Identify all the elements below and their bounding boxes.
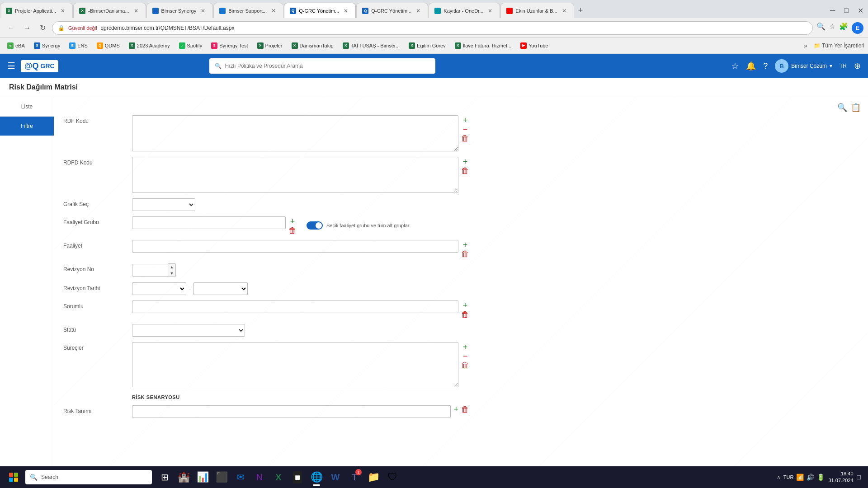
bookmark-egitim[interactable]: X Eğitim Görev [405, 41, 449, 50]
bookmark-star-icon[interactable]: ☆ [829, 22, 835, 34]
language-button[interactable]: TR [840, 63, 847, 69]
taskview-button[interactable]: ⊞ [156, 467, 174, 487]
taskbar-excel-app[interactable]: X [269, 467, 288, 487]
rdfd-kodu-delete-button[interactable]: 🗑 [460, 167, 470, 175]
taskbar-fileexplorer-app[interactable]: 📁 [364, 467, 382, 487]
extensions-icon[interactable]: 🧩 [839, 22, 848, 34]
bookmarks-overflow-button[interactable]: » [801, 41, 810, 50]
rdf-kodu-delete-button[interactable]: 🗑 [460, 134, 470, 142]
revizyon-tarihi-end-select[interactable] [193, 282, 248, 295]
tab-close-qgrc2[interactable]: ✕ [414, 7, 422, 15]
faaliyet-delete-button[interactable]: 🗑 [460, 250, 470, 258]
user-menu[interactable]: B Bimser Çözüm ▾ [775, 59, 832, 73]
sidebar-tab-filtre[interactable]: Filtre [0, 117, 54, 136]
statu-select[interactable] [132, 324, 245, 337]
faaliyet-add-button[interactable]: + [460, 241, 470, 249]
qgrc-logo[interactable]: @Q GRC [21, 60, 58, 72]
sorumlu-add-button[interactable]: + [460, 301, 470, 310]
tab-close-qgrc1[interactable]: ✕ [342, 7, 350, 15]
restore-button[interactable]: □ [844, 6, 849, 15]
bookmark-syntest[interactable]: S Synergy Test [208, 41, 251, 50]
help-icon[interactable]: ? [763, 61, 768, 71]
rdf-kodu-minus-button[interactable]: − [460, 125, 470, 133]
tab-ekin[interactable]: Ekin Uzunlar & B... ✕ [500, 3, 574, 18]
taskbar-chevron-icon[interactable]: ∧ [777, 474, 781, 480]
tab-close-ekin[interactable]: ✕ [560, 7, 568, 15]
bookmark-synergy[interactable]: S Synergy [30, 41, 64, 50]
tab-close-projeler[interactable]: ✕ [59, 7, 67, 15]
tab-kayitlar[interactable]: Kayıtlar - OneDr... ✕ [429, 3, 500, 18]
revizyon-tarihi-start-select[interactable] [132, 282, 186, 295]
revizyon-no-input[interactable] [132, 264, 168, 277]
rdfd-kodu-add-button[interactable]: + [460, 158, 470, 166]
taskbar-explorer-app[interactable]: 🏰 [175, 467, 193, 487]
tab-qgrc1[interactable]: Q Q-GRC Yönetim... ✕ [284, 3, 356, 18]
bookmark-ens[interactable]: E ENS [66, 41, 91, 50]
faaliyet-grubu-toggle[interactable] [307, 221, 323, 230]
bookmark-danisman[interactable]: X DanismanTakip [288, 41, 337, 50]
surecer-add-button[interactable]: + [460, 343, 470, 351]
faaliyet-grubu-input[interactable] [132, 216, 286, 229]
tab-close-bimsersynergy[interactable]: ✕ [199, 7, 207, 15]
faaliyet-grubu-delete-button[interactable]: 🗑 [288, 226, 297, 235]
notification-icon[interactable]: 🔔 [746, 61, 756, 71]
rdf-kodu-textarea[interactable] [132, 115, 458, 151]
bookmark-eba[interactable]: e eBA [4, 41, 28, 50]
search-icon[interactable]: 🔍 [816, 22, 826, 34]
main-search-bar[interactable]: 🔍 [209, 58, 435, 74]
taskbar-app2[interactable]: 📊 [193, 467, 212, 487]
taskbar-app-black[interactable]: ■ [288, 467, 307, 487]
all-bookmarks-button[interactable]: 📁 Tüm Yer İşaretleri [814, 42, 864, 49]
tab-close-kayitlar[interactable]: ✕ [486, 7, 494, 15]
star-icon[interactable]: ☆ [731, 61, 739, 71]
bookmark-2023academy[interactable]: X 2023 Academy [125, 41, 174, 50]
hamburger-menu-button[interactable]: ☰ [7, 61, 15, 71]
taskbar-outlook-app[interactable]: ✉ [231, 467, 250, 487]
taskbar-clock[interactable]: 18:40 31.07.2024 [828, 470, 853, 484]
bookmark-tai[interactable]: X TAİ TUSAŞ - Bimser... [339, 41, 403, 50]
tab-close-bimserdan[interactable]: ✕ [132, 7, 140, 15]
close-button[interactable]: ✕ [858, 6, 863, 15]
faaliyet-grubu-add-button[interactable]: + [288, 217, 297, 225]
faaliyet-input[interactable] [132, 240, 458, 253]
tab-qgrc2[interactable]: Q Q-GRC Yönetim... ✕ [356, 3, 428, 18]
sorumlu-input[interactable] [132, 300, 458, 313]
taskbar-notification-area[interactable]: □ [857, 474, 861, 481]
tab-bimserdan[interactable]: X -BimserDanisma... ✕ [73, 3, 146, 18]
bookmark-qdms[interactable]: Q QDMS [93, 41, 123, 50]
taskbar-wifi-icon[interactable]: 📶 [796, 474, 804, 481]
bookmark-spotify[interactable]: ♪ Spotify [175, 41, 206, 50]
content-export-icon[interactable]: 📋 [851, 103, 861, 113]
profile-icon[interactable]: E [852, 22, 863, 34]
forward-button[interactable]: → [21, 22, 33, 34]
taskbar-battery-icon[interactable]: 🔋 [817, 474, 825, 481]
risk-tanimi-add-button[interactable]: + [453, 405, 459, 413]
revizyon-no-decrement-button[interactable]: ▼ [168, 270, 175, 277]
sidebar-tab-liste[interactable]: Liste [0, 97, 54, 117]
taskbar-app3[interactable]: ⬛ [212, 467, 231, 487]
tab-bimsersynergy[interactable]: Bimser Synergy ✕ [146, 3, 213, 18]
main-search-input[interactable] [225, 63, 430, 69]
surecer-textarea[interactable] [132, 342, 458, 387]
taskbar-chrome-app[interactable]: 🌐 [307, 467, 326, 487]
grafik-sec-select[interactable] [132, 198, 195, 211]
taskbar-search[interactable]: 🔍 Search [25, 470, 152, 484]
sorumlu-delete-button[interactable]: 🗑 [460, 310, 470, 319]
accessibility-icon[interactable]: ⊕ [854, 61, 861, 71]
surecer-delete-button[interactable]: 🗑 [460, 361, 470, 369]
taskbar-onenote-app[interactable]: N [250, 467, 269, 487]
back-button[interactable]: ← [5, 22, 17, 34]
revizyon-no-increment-button[interactable]: ▲ [168, 264, 175, 270]
taskbar-lang-indicator[interactable]: TUR [783, 474, 794, 480]
rdf-kodu-add-button[interactable]: + [460, 116, 470, 124]
start-button[interactable] [4, 467, 24, 487]
bookmark-fatura[interactable]: X İlave Fatura. Hizmet... [451, 41, 515, 50]
surecer-minus-button[interactable]: − [460, 352, 470, 360]
tab-projeler[interactable]: X Projeler Applicati... ✕ [0, 3, 73, 18]
refresh-button[interactable]: ↻ [37, 22, 48, 34]
taskbar-security-app[interactable]: 🛡 [383, 467, 401, 487]
tab-bimsersupport[interactable]: Bimser Support... ✕ [213, 3, 283, 18]
rdfd-kodu-textarea[interactable] [132, 157, 458, 193]
bookmark-youtube[interactable]: ▶ YouTube [517, 41, 552, 50]
taskbar-word-app[interactable]: W [326, 467, 344, 487]
